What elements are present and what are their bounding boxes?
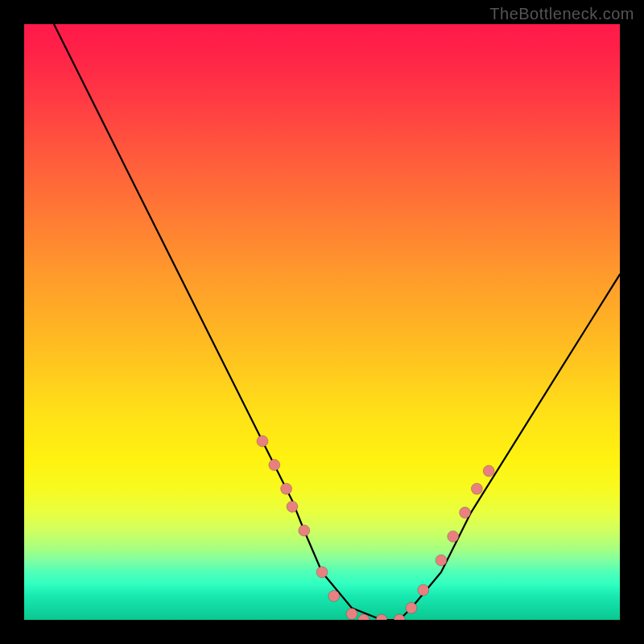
svg-point-7	[346, 609, 357, 620]
svg-point-5	[316, 567, 328, 578]
svg-point-4	[299, 525, 310, 536]
svg-point-15	[460, 507, 471, 518]
watermark-text: TheBottleneck.com	[489, 5, 634, 23]
svg-point-13	[436, 555, 447, 566]
chart-plot-area	[24, 24, 620, 620]
svg-point-3	[287, 501, 298, 512]
chart-svg	[24, 24, 620, 620]
chart-curve-line	[54, 24, 620, 620]
svg-point-17	[483, 465, 494, 477]
chart-marker-dots	[257, 436, 494, 620]
svg-point-9	[376, 614, 387, 620]
svg-point-16	[471, 483, 482, 494]
svg-point-14	[448, 530, 459, 542]
svg-point-1	[269, 460, 280, 471]
svg-point-12	[418, 584, 429, 596]
svg-point-6	[328, 590, 340, 601]
svg-point-2	[281, 483, 292, 494]
svg-point-0	[257, 436, 268, 447]
svg-point-11	[406, 602, 417, 613]
